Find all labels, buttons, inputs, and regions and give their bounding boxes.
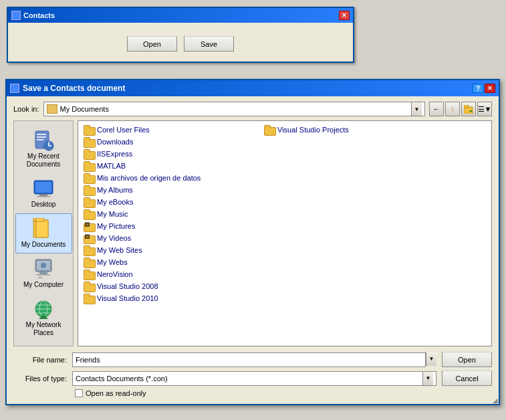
sidebar-item-documents[interactable]: My Documents — [15, 213, 72, 253]
contacts-title-icon — [11, 11, 21, 20]
list-item[interactable]: My Webs — [81, 256, 261, 268]
folder-icon — [264, 125, 275, 134]
folder-icon — [84, 137, 94, 146]
contacts-titlebar: Contacts ✕ — [8, 8, 353, 23]
look-in-dropdown-arrow[interactable]: ▼ — [411, 102, 422, 116]
svg-rect-10 — [39, 194, 47, 196]
file-name: MATLAB — [97, 162, 126, 170]
svg-rect-9 — [35, 182, 51, 193]
file-name: NeroVision — [97, 270, 133, 278]
list-item[interactable]: Visual Studio 2008 — [81, 280, 261, 292]
save-title-text: Save a Contacts document — [23, 84, 125, 93]
list-item[interactable]: MATLAB — [81, 160, 261, 172]
list-item[interactable]: My eBooks — [81, 196, 261, 208]
left-nav-panel: My Recent Documents Desktop — [13, 120, 74, 346]
list-item[interactable]: My Videos — [81, 232, 261, 244]
files-of-type-combo[interactable]: Contacts Documents (*.con) ▼ — [72, 371, 436, 386]
look-in-combo[interactable]: My Documents ▼ — [43, 102, 425, 116]
folder-img-icon — [84, 233, 94, 243]
file-name-row: File name: ▼ Open — [13, 352, 492, 367]
file-name: Mis archivos de origen de datos — [97, 174, 201, 182]
open-button[interactable]: Open — [442, 352, 492, 367]
folder-icon — [84, 185, 94, 195]
list-item[interactable]: Downloads — [81, 136, 261, 148]
list-item — [261, 196, 442, 208]
save-titlebar: Save a Contacts document ? ✕ — [7, 80, 499, 96]
toolbar-nav-buttons: ← ↑ + ☰▼ — [429, 102, 492, 116]
resize-handle[interactable] — [491, 396, 499, 404]
look-in-value: My Documents — [60, 105, 408, 113]
files-of-type-value: Contacts Documents (*.con) — [76, 375, 422, 383]
file-name: Downloads — [97, 138, 133, 146]
list-item[interactable]: Visual Studio 2010 — [81, 292, 261, 304]
contacts-title-text: Contacts — [23, 11, 55, 19]
save-contacts-dialog: Save a Contacts document ? ✕ Look in: My… — [5, 79, 500, 405]
file-name-label: File name: — [13, 356, 67, 364]
list-item — [261, 208, 442, 220]
open-readonly-row: Open as read-only — [75, 389, 492, 397]
save-titlebar-right: ? ✕ — [473, 84, 495, 93]
folder-icon — [84, 125, 94, 134]
sidebar-item-computer[interactable]: My Computer — [15, 253, 72, 294]
documents-label: My Documents — [21, 241, 66, 249]
list-item — [261, 220, 442, 232]
list-item[interactable]: My Web Sites — [81, 244, 261, 256]
views-button[interactable]: ☰▼ — [477, 102, 492, 116]
file-name: My Videos — [97, 234, 131, 242]
documents-icon — [33, 218, 54, 239]
file-name: My Music — [97, 210, 128, 218]
file-name: My Albums — [97, 186, 133, 194]
open-readonly-checkbox[interactable] — [75, 389, 83, 397]
file-name: My Webs — [97, 258, 128, 266]
svg-rect-28 — [39, 318, 47, 319]
up-button[interactable]: ↑ — [445, 102, 460, 116]
file-list: Corel User Files Visual Studio Projects … — [78, 120, 492, 346]
list-item — [261, 232, 442, 244]
list-item[interactable]: Visual Studio Projects — [261, 124, 442, 136]
folder-icon — [84, 282, 94, 291]
contacts-save-button[interactable]: Save — [184, 36, 234, 51]
svg-rect-18 — [39, 272, 47, 274]
new-folder-button[interactable]: + — [461, 102, 476, 116]
folder-icon — [84, 197, 94, 207]
save-titlebar-left: Save a Contacts document — [10, 84, 125, 93]
folder-icon — [84, 209, 94, 219]
cancel-button[interactable]: Cancel — [442, 371, 492, 386]
folder-icon — [84, 294, 94, 303]
svg-rect-6 — [37, 139, 43, 140]
sidebar-item-recent[interactable]: My Recent Documents — [15, 125, 72, 173]
list-item[interactable]: IISExpress — [81, 148, 261, 160]
file-type-row: Files of type: Contacts Documents (*.con… — [13, 371, 492, 386]
list-item — [261, 244, 442, 256]
svg-rect-5 — [37, 136, 46, 138]
contacts-close-button[interactable]: ✕ — [339, 11, 350, 20]
list-item[interactable]: My Pictures — [81, 220, 261, 232]
save-toolbar: Look in: My Documents ▼ ← ↑ + ☰▼ — [13, 102, 492, 116]
contacts-open-button[interactable]: Open — [127, 36, 177, 51]
file-name: IISExpress — [97, 150, 132, 158]
help-button[interactable]: ? — [473, 84, 483, 93]
folder-icon — [84, 245, 94, 255]
list-item[interactable]: NeroVision — [81, 268, 261, 280]
svg-rect-27 — [41, 316, 46, 318]
close-button[interactable]: ✕ — [485, 84, 495, 93]
list-item[interactable]: Corel User Files — [81, 124, 261, 136]
back-button[interactable]: ← — [429, 102, 444, 116]
list-item[interactable]: Mis archivos de origen de datos — [81, 172, 261, 184]
list-item[interactable]: My Music — [81, 208, 261, 220]
recent-icon — [33, 130, 54, 151]
sidebar-item-network[interactable]: My Network Places — [15, 294, 72, 342]
file-name-input[interactable] — [72, 352, 426, 367]
files-of-type-arrow[interactable]: ▼ — [422, 372, 433, 385]
save-bottom: File name: ▼ Open Files of type: Contact… — [13, 352, 492, 397]
svg-point-20 — [41, 263, 46, 268]
file-name-input-wrap: ▼ — [72, 352, 436, 367]
sidebar-item-desktop[interactable]: Desktop — [15, 173, 72, 213]
file-name-dropdown-arrow[interactable]: ▼ — [426, 352, 436, 366]
list-item — [261, 148, 442, 160]
list-item — [261, 136, 442, 148]
list-item[interactable]: My Albums — [81, 184, 261, 196]
list-item — [261, 160, 442, 172]
computer-label: My Computer — [23, 281, 64, 289]
folder-icon — [84, 270, 94, 279]
